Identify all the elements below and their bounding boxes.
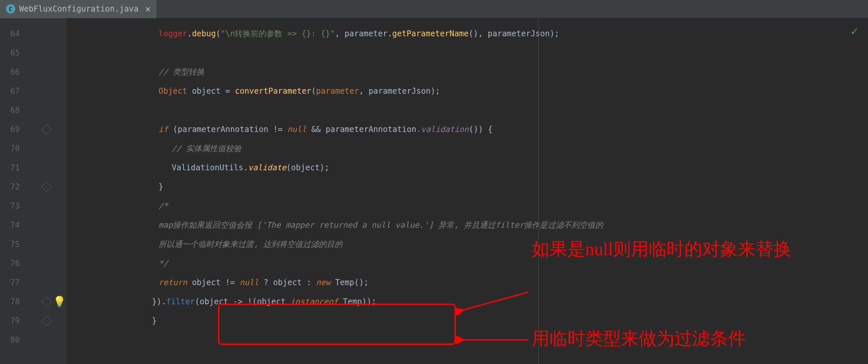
- line-number: 73: [0, 201, 23, 210]
- fold-marker-icon[interactable]: [41, 296, 52, 306]
- right-margin-guide: [538, 18, 539, 364]
- tab-filename: WebFluxConfiguration.java: [19, 4, 138, 13]
- annotation-highlight-box: [218, 304, 456, 345]
- line-number: 74: [0, 221, 23, 230]
- line-number: 77: [0, 278, 23, 287]
- inspection-ok-icon[interactable]: ✓: [851, 24, 858, 38]
- annotation-text: 如果是null则用临时的对象来替换: [532, 236, 796, 263]
- code-line[interactable]: }: [66, 311, 868, 330]
- gutter: 64 65 66 67 68 69 70 71 72 73 74 75 76 7…: [0, 18, 66, 364]
- editor: 64 65 66 67 68 69 70 71 72 73 74 75 76 7…: [0, 18, 868, 364]
- fold-marker-icon[interactable]: [41, 181, 52, 192]
- code-line[interactable]: }: [66, 177, 868, 196]
- line-number: 64: [0, 29, 23, 38]
- fold-marker-icon[interactable]: [41, 316, 52, 326]
- code-area[interactable]: ✓ logger.debug("\n转换前的参数 => {}: {}", par…: [66, 18, 868, 364]
- code-line[interactable]: map操作如果返回空值会报 ['The mapper returned a nu…: [66, 216, 868, 235]
- code-line[interactable]: if (parameterAnnotation != null && param…: [66, 120, 868, 139]
- code-line[interactable]: [66, 101, 868, 120]
- line-number: 68: [0, 106, 23, 115]
- code-line[interactable]: [66, 43, 868, 62]
- line-number: 65: [0, 48, 23, 58]
- line-number: 66: [0, 67, 23, 76]
- line-number: 71: [0, 163, 23, 172]
- tab-bar: C WebFluxConfiguration.java ×: [0, 0, 868, 18]
- code-line[interactable]: /*: [66, 196, 868, 216]
- intention-bulb-icon[interactable]: 💡: [53, 295, 66, 308]
- code-line[interactable]: Object object = convertParameter(paramet…: [66, 81, 868, 101]
- code-line[interactable]: [66, 330, 868, 350]
- annotation-text: 用临时类型来做为过滤条件: [532, 327, 746, 351]
- code-line[interactable]: logger.debug("\n转换前的参数 => {}: {}", param…: [66, 24, 868, 43]
- line-number: 75: [0, 240, 23, 249]
- line-number: 67: [0, 87, 23, 96]
- code-line[interactable]: }).filter(object -> !(object instanceof …: [66, 292, 868, 311]
- line-number: 72: [0, 182, 23, 191]
- close-icon[interactable]: ×: [145, 4, 151, 14]
- code-line[interactable]: ValidationUtils.validate(object);: [66, 158, 868, 177]
- fold-marker-icon[interactable]: [41, 124, 52, 134]
- code-line[interactable]: // 类型转换: [66, 62, 868, 81]
- line-number: 76: [0, 259, 23, 268]
- line-number: 70: [0, 144, 23, 153]
- line-number: 79: [0, 316, 23, 325]
- line-number: 78: [0, 297, 23, 306]
- file-tab[interactable]: C WebFluxConfiguration.java ×: [0, 0, 157, 18]
- line-number: 80: [0, 335, 23, 344]
- java-class-icon: C: [6, 4, 15, 13]
- code-line[interactable]: // 实体属性值校验: [66, 139, 868, 158]
- line-number: 69: [0, 125, 23, 134]
- code-line[interactable]: return object != null ? object : new Tem…: [66, 273, 868, 292]
